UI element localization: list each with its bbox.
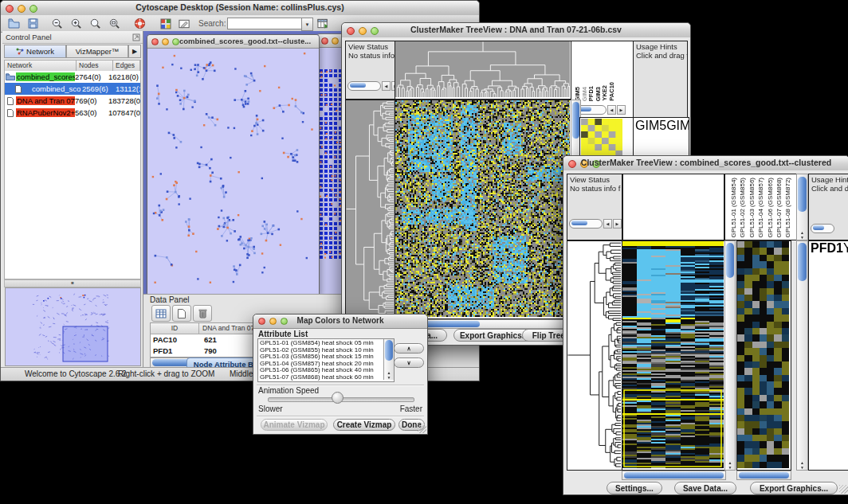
document-icon xyxy=(5,85,24,93)
help-lifesaver-icon[interactable] xyxy=(133,17,147,30)
scroll-arrows[interactable]: ▲▼ xyxy=(384,370,394,380)
resize-grip[interactable] xyxy=(839,485,848,494)
zoom-in-icon[interactable] xyxy=(69,17,83,30)
mini-scrollbar[interactable] xyxy=(811,224,834,233)
col-id[interactable]: ID xyxy=(151,323,199,334)
gene-label[interactable]: GIM5 xyxy=(635,119,666,132)
attribute-item[interactable]: GPL51-03 (GSM856) heat shock 15 min xyxy=(258,354,383,361)
create-vizmap-button[interactable]: Create Vizmap xyxy=(333,419,395,431)
tab-vizmapper-label: VizMapper™ xyxy=(76,47,120,56)
vizmapper-grid-icon[interactable] xyxy=(159,17,172,30)
speed-slider-thumb[interactable] xyxy=(332,392,344,404)
open-session-button[interactable] xyxy=(7,17,21,30)
gene-dendrogram[interactable] xyxy=(567,240,623,471)
zoom-fit-icon[interactable] xyxy=(88,17,102,30)
create-vizmap-label: Create Vizmap xyxy=(337,420,392,429)
network-row[interactable]: RNAPuberNov2+ 563(0) 107847(0) xyxy=(5,107,140,119)
zoom-heatmap[interactable] xyxy=(581,119,622,157)
heatmap-vscrollbar[interactable]: ▲▼ xyxy=(724,240,736,471)
settings-button[interactable]: Settings... xyxy=(607,482,662,494)
usage-hints-title: Usage Hints xyxy=(636,42,687,51)
caret-down-icon: ∨ xyxy=(406,360,410,366)
move-up-button[interactable]: ∧ xyxy=(394,343,424,354)
save-data-button[interactable]: Save Data... xyxy=(674,482,736,494)
treeview2-titlebar[interactable]: ClusterMaker TreeView : combined_scores_… xyxy=(563,156,848,171)
treeview1-titlebar[interactable]: ClusterMaker TreeView : DNA and Tran 07-… xyxy=(342,23,690,38)
attribute-item[interactable]: GPL51-06 (GSM865) heat shock 40 min xyxy=(258,367,383,374)
animate-vizmap-button[interactable]: Animate Vizmap xyxy=(261,419,328,431)
save-session-button[interactable] xyxy=(26,17,40,30)
scroll-arrows[interactable]: ▲▼ xyxy=(797,230,807,240)
network-row[interactable]: combined_scores 2764(0) 16218(0) xyxy=(5,71,140,83)
search-dropdown-button[interactable]: ▼ xyxy=(301,18,313,31)
tab-vizmapper[interactable]: VizMapper™ xyxy=(66,45,128,58)
table-mode-button[interactable] xyxy=(151,305,171,322)
col-network[interactable]: Network xyxy=(5,61,77,71)
minimize-button[interactable] xyxy=(332,37,339,45)
import-table-icon[interactable] xyxy=(316,17,330,30)
scroll-right-icon[interactable]: ▶ xyxy=(617,105,626,115)
scroll-arrows[interactable]: ▲▼ xyxy=(725,460,735,470)
zoom-out-icon[interactable] xyxy=(50,17,64,30)
tab-overflow-button[interactable]: ▶ xyxy=(128,45,141,58)
view-status-text: No status info f xyxy=(348,51,395,60)
tab-network[interactable]: Network xyxy=(4,45,66,58)
heatmap-hscrollbar[interactable] xyxy=(622,471,726,480)
scroll-left-icon[interactable]: ◀ xyxy=(603,219,612,229)
export-graphics-button[interactable]: Export Graphics... xyxy=(750,482,838,494)
gene-label[interactable]: YRA1 xyxy=(843,241,848,255)
labels-vscrollbar[interactable]: ▲▼ xyxy=(796,174,808,240)
column-dendrogram[interactable] xyxy=(395,41,572,100)
float-panel-icon[interactable] xyxy=(132,33,140,41)
row-dendrogram[interactable] xyxy=(345,100,396,319)
search-input[interactable] xyxy=(227,18,305,29)
gene-label[interactable]: PFD1 xyxy=(811,241,843,255)
scroll-left-icon[interactable]: ◀ xyxy=(382,81,391,91)
annotation-icon[interactable] xyxy=(178,17,191,30)
attribute-item[interactable]: GPL51-01 (GSM854) heat shock 05 min xyxy=(258,340,383,347)
scroll-right-icon[interactable]: ▶ xyxy=(613,219,622,229)
attribute-list[interactable]: GPL51-01 (GSM854) heat shock 05 minGPL51… xyxy=(257,338,395,382)
network-edges: 16218(0) xyxy=(108,72,140,81)
column-label: GPL51-03 (GSM856) xyxy=(748,178,756,238)
gene-label[interactable]: GIM4 xyxy=(666,119,689,132)
close-button[interactable] xyxy=(321,37,328,45)
move-down-button[interactable]: ∨ xyxy=(394,357,424,368)
col-edges[interactable]: Edges xyxy=(113,61,140,71)
dialog-titlebar[interactable]: Map Colors to Network xyxy=(253,315,427,329)
zoom-vscrollbar[interactable]: ▲▼ xyxy=(796,240,808,471)
attribute-item[interactable]: GPL51-02 (GSM855) heat shock 10 min xyxy=(258,347,383,354)
mini-scrollbar[interactable]: ◀▶ xyxy=(569,219,622,229)
treeview2-window: ClusterMaker TreeView : combined_scores_… xyxy=(563,155,848,495)
new-attribute-button[interactable] xyxy=(172,305,191,322)
panel-splitter[interactable]: ■ xyxy=(4,279,141,287)
network-row-selected[interactable]: combined_sco 2569(6) 13112(15) xyxy=(5,83,140,95)
view-status-panel: View Status No status info f ◀▶ xyxy=(345,41,396,100)
network-icon xyxy=(16,48,24,55)
zoom-hscrollbar[interactable] xyxy=(736,471,791,480)
column-label: GPL51-01 (GSM854) xyxy=(729,178,738,238)
zoom-selected-icon[interactable] xyxy=(108,17,121,30)
scroll-left-icon[interactable]: ◀ xyxy=(607,105,616,115)
column-label: GPL51-08 (GSM872) xyxy=(783,178,792,238)
mini-scrollbar[interactable]: ◀▶ xyxy=(347,81,396,91)
attribute-item[interactable]: GPL51-04 (GSM857) heat shock 20 min xyxy=(258,361,383,368)
network-overview[interactable] xyxy=(5,287,141,366)
delete-attribute-trash-icon[interactable] xyxy=(193,305,212,322)
usage-hints-title: Usage Hints xyxy=(811,175,848,184)
network-row[interactable]: DNA and Tran 07 769(0) 183728(0) xyxy=(5,95,140,107)
col-nodes[interactable]: Nodes xyxy=(77,61,113,71)
network-view-canvas[interactable] xyxy=(148,49,317,293)
scroll-arrows[interactable]: ▲▼ xyxy=(797,460,807,470)
attribute-item[interactable]: GPL51-07 (GSM868) heat shock 60 min xyxy=(258,374,383,381)
global-heatmap[interactable] xyxy=(395,100,572,319)
global-heatmap[interactable] xyxy=(622,240,726,471)
column-tree-area xyxy=(622,174,724,240)
list-vscrollbar[interactable]: ▲▼ xyxy=(383,339,394,380)
zoom-heatmap[interactable] xyxy=(736,240,791,471)
network-window-titlebar[interactable]: combined_scores_good.txt--cluste... xyxy=(147,35,319,49)
usage-hints-text: Click and drag to xyxy=(636,51,687,60)
main-titlebar[interactable]: Cytoscape Desktop (Session Name: collins… xyxy=(1,1,479,16)
network-table-header: Network Nodes Edges xyxy=(4,60,141,72)
resize-grip[interactable] xyxy=(418,424,426,433)
